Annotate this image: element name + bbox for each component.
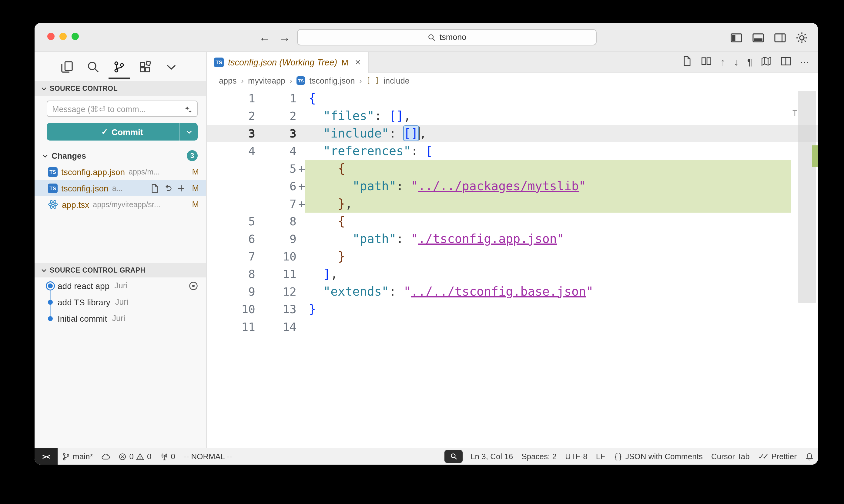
explorer-icon[interactable]: [61, 60, 73, 73]
minimap-text: T: [792, 109, 797, 118]
breadcrumb-item-apps[interactable]: apps: [219, 76, 237, 85]
compare-icon[interactable]: [701, 55, 712, 69]
ports-indicator[interactable]: 0: [156, 448, 179, 465]
commit-dropdown-button[interactable]: [179, 123, 198, 141]
zoom-indicator[interactable]: [444, 450, 463, 463]
code-line[interactable]: 58 {: [207, 213, 818, 230]
breadcrumb-item-file[interactable]: tsconfig.json: [309, 76, 355, 85]
cursor-tab-indicator[interactable]: Cursor Tab: [707, 448, 754, 465]
indentation-setting[interactable]: Spaces: 2: [517, 448, 561, 465]
notifications-bell[interactable]: [801, 448, 818, 465]
formatter-indicator[interactable]: ✓✓ Prettier: [754, 448, 801, 465]
code-line[interactable]: 22 "files": [],: [207, 107, 818, 125]
map-icon[interactable]: [761, 55, 772, 69]
commit-message-input[interactable]: Message (⌘⏎ to comm...: [47, 101, 198, 117]
command-center[interactable]: tsmono: [297, 29, 597, 46]
commit-author: Juri: [114, 281, 127, 290]
code-line[interactable]: 44 "references": [: [207, 142, 818, 160]
toggle-secondary-sidebar-icon[interactable]: [774, 31, 787, 44]
commit-button[interactable]: ✓ Commit: [47, 123, 198, 141]
search-view-icon[interactable]: [87, 60, 100, 73]
branch-indicator[interactable]: main*: [57, 448, 97, 465]
open-file-icon[interactable]: [682, 55, 693, 69]
code-line[interactable]: 5+ {: [207, 160, 818, 178]
commit-row[interactable]: Initial commitJuri: [35, 310, 206, 326]
settings-gear-icon[interactable]: [795, 31, 808, 44]
stage-changes-icon[interactable]: [176, 183, 186, 193]
maximize-window-button[interactable]: [71, 33, 79, 40]
warning-count: 0: [147, 452, 151, 461]
problems-indicator[interactable]: 0 0: [114, 448, 156, 465]
tab-tsconfig-working-tree[interactable]: TS tsconfig.json (Working Tree) M ×: [207, 52, 369, 73]
toggle-panel-icon[interactable]: [752, 31, 764, 44]
changes-section-header[interactable]: Changes 3: [35, 148, 206, 164]
code-line-content: "references": [: [305, 142, 818, 160]
code-line[interactable]: 69 "path": "./tsconfig.app.json": [207, 230, 818, 248]
sidebar: SOURCE CONTROL Message (⌘⏎ to comm... ✓ …: [35, 52, 207, 448]
scm-file-row[interactable]: app.tsxapps/myviteapp/sr...M: [35, 196, 206, 213]
encoding-setting[interactable]: UTF-8: [561, 448, 592, 465]
open-file-icon[interactable]: [150, 183, 159, 193]
more-views-chevron-icon[interactable]: [165, 60, 178, 73]
sparkle-icon[interactable]: [184, 105, 192, 113]
checkout-target-icon[interactable]: [188, 280, 199, 291]
code-line[interactable]: 6+ "path": "../../packages/mytslib": [207, 178, 818, 195]
new-line-number: 5: [255, 160, 296, 178]
eol-setting[interactable]: LF: [592, 448, 609, 465]
new-line-number: 1: [255, 90, 296, 107]
breadcrumb-item-symbol[interactable]: include: [383, 76, 410, 85]
code-line[interactable]: 7+ },: [207, 195, 818, 213]
scrollbar-thumb[interactable]: [798, 91, 816, 303]
next-change-icon[interactable]: ↓: [734, 57, 739, 67]
error-count: 0: [130, 452, 134, 461]
ts-file-icon: TS: [48, 167, 57, 177]
scm-file-row[interactable]: TStsconfig.app.jsonapps/m...M: [35, 164, 206, 180]
code-line[interactable]: 710 }: [207, 248, 818, 265]
activity-bar: [35, 52, 206, 81]
code-line[interactable]: 1114: [207, 318, 818, 336]
code-line[interactable]: 11{: [207, 90, 818, 107]
whitespace-icon[interactable]: ¶: [747, 57, 753, 67]
sync-indicator[interactable]: [97, 448, 114, 465]
minimap[interactable]: T: [791, 88, 818, 448]
code-editor[interactable]: 11{22 "files": [],33 "include": [],44 "r…: [207, 88, 818, 448]
code-line-content: "path": "./tsconfig.app.json": [305, 230, 818, 248]
close-tab-icon[interactable]: ×: [355, 57, 361, 68]
file-path: apps/m...: [128, 167, 160, 176]
minimize-window-button[interactable]: [59, 33, 67, 40]
new-line-number: 8: [255, 213, 296, 230]
code-line[interactable]: 811 ],: [207, 265, 818, 283]
forward-button[interactable]: →: [279, 31, 290, 44]
ts-file-icon: TS: [296, 76, 305, 85]
code-line[interactable]: 912 "extends": "../../tsconfig.base.json…: [207, 283, 818, 301]
back-button[interactable]: ←: [259, 31, 271, 44]
remote-indicator[interactable]: ><: [35, 448, 57, 465]
commit-dot-icon: [48, 300, 53, 304]
language-mode[interactable]: {} JSON with Comments: [609, 448, 707, 465]
added-line-marker: [296, 90, 305, 107]
discard-changes-icon[interactable]: [163, 183, 173, 193]
code-lines: 11{22 "files": [],33 "include": [],44 "r…: [207, 88, 818, 336]
source-control-header[interactable]: SOURCE CONTROL: [35, 81, 206, 96]
code-line[interactable]: 33 "include": [],: [207, 125, 818, 142]
split-editor-icon[interactable]: [780, 55, 791, 69]
commit-row[interactable]: add react appJuri: [35, 277, 206, 294]
toggle-primary-sidebar-icon[interactable]: [730, 31, 743, 44]
breadcrumb-item-myviteapp[interactable]: myviteapp: [248, 76, 285, 85]
previous-change-icon[interactable]: ↑: [721, 57, 725, 67]
new-line-number: 10: [255, 248, 296, 265]
changes-file-list: TStsconfig.app.jsonapps/m...MTStsconfig.…: [35, 164, 206, 213]
close-window-button[interactable]: [47, 33, 55, 40]
scm-file-row[interactable]: TStsconfig.jsona...M: [35, 180, 206, 196]
more-actions-icon[interactable]: ⋯: [800, 57, 809, 67]
source-control-icon[interactable]: [113, 60, 125, 73]
code-line[interactable]: 1013}: [207, 301, 818, 318]
code-line-content: {: [305, 90, 818, 107]
cursor-position[interactable]: Ln 3, Col 16: [466, 448, 517, 465]
source-control-graph-header[interactable]: SOURCE CONTROL GRAPH: [35, 263, 206, 277]
old-line-number: [207, 195, 255, 213]
status-bar: >< main* 0 0 0 -- NORMAL --: [35, 448, 818, 465]
extensions-icon[interactable]: [139, 60, 152, 73]
file-name: tsconfig.app.json: [61, 167, 125, 177]
commit-row[interactable]: add TS libraryJuri: [35, 294, 206, 310]
